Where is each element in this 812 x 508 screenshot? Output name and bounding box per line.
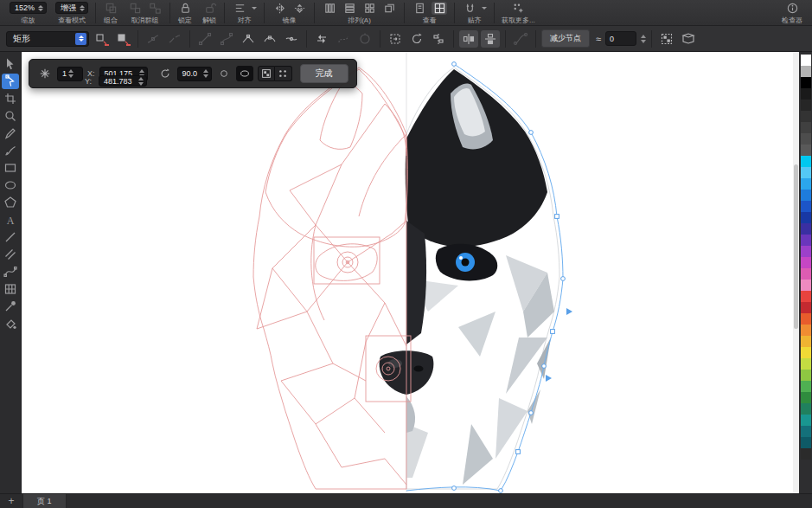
- color-swatch[interactable]: [801, 156, 811, 167]
- to-curve-button[interactable]: [217, 30, 236, 48]
- color-swatch[interactable]: [801, 302, 811, 313]
- join-nodes-button[interactable]: [144, 30, 163, 48]
- angle-field[interactable]: 90.0: [177, 67, 212, 81]
- delete-node-button[interactable]: [113, 30, 132, 48]
- curve-smoothness-stepper[interactable]: [641, 35, 646, 43]
- crop-tool[interactable]: [2, 91, 19, 106]
- drawing-canvas[interactable]: 1 X: 501.175 Y: 481.783 90.0: [22, 52, 793, 493]
- rectangle-tool[interactable]: [2, 160, 19, 176]
- color-swatch[interactable]: [801, 88, 811, 100]
- color-swatch[interactable]: [801, 370, 811, 381]
- color-swatch[interactable]: [801, 336, 811, 347]
- color-swatch[interactable]: [801, 246, 811, 257]
- color-swatch[interactable]: [801, 111, 811, 122]
- preset-stepper[interactable]: [75, 33, 86, 45]
- color-swatch[interactable]: [801, 167, 811, 178]
- count-field[interactable]: 1: [57, 67, 83, 81]
- extend-close-button[interactable]: [334, 30, 353, 48]
- color-swatch[interactable]: [801, 268, 811, 280]
- count-stepper[interactable]: [68, 69, 74, 78]
- get-more-icon[interactable]: [510, 2, 526, 15]
- smooth-node-button[interactable]: [260, 30, 279, 48]
- reduce-nodes-button[interactable]: 减少节点: [541, 29, 590, 48]
- add-node-button[interactable]: [92, 30, 111, 48]
- ungroup-icon[interactable]: [147, 2, 163, 15]
- arrange-columns-icon[interactable]: [322, 2, 337, 15]
- ellipse-toggle[interactable]: [236, 66, 253, 81]
- color-swatch[interactable]: [801, 133, 811, 145]
- unlock-icon[interactable]: [201, 2, 217, 15]
- snap-magnet-icon[interactable]: [462, 2, 477, 15]
- freehand-tool[interactable]: [2, 125, 19, 141]
- reflect-vertical-button[interactable]: [481, 30, 500, 48]
- mirror-vertical-icon[interactable]: [291, 2, 307, 15]
- mirror-horizontal-icon[interactable]: [272, 2, 287, 15]
- vertical-scrollbar[interactable]: [793, 52, 799, 493]
- arrange-grid-icon[interactable]: [361, 2, 377, 15]
- box-select-mode-button[interactable]: [679, 30, 698, 48]
- scrollbar-thumb[interactable]: [794, 164, 798, 329]
- close-curve-button[interactable]: [355, 30, 374, 48]
- color-swatch[interactable]: [801, 381, 811, 392]
- parallel-line-tool[interactable]: [2, 247, 19, 262]
- symmetric-node-button[interactable]: [282, 30, 301, 48]
- lock-icon[interactable]: [177, 2, 193, 15]
- cusp-node-button[interactable]: [239, 30, 258, 48]
- line-tool[interactable]: [2, 229, 19, 245]
- break-node-button[interactable]: [165, 30, 184, 48]
- color-swatch[interactable]: [801, 291, 811, 302]
- color-swatch[interactable]: [801, 235, 811, 246]
- color-swatch[interactable]: [801, 178, 811, 190]
- y-field[interactable]: 481.783: [99, 75, 147, 87]
- color-swatch[interactable]: [801, 403, 811, 415]
- color-swatch[interactable]: [801, 358, 811, 370]
- preset-combo[interactable]: 矩形: [6, 31, 89, 47]
- text-tool[interactable]: A: [2, 212, 19, 228]
- align-nodes-button[interactable]: [429, 30, 448, 48]
- zoom-tool[interactable]: [2, 108, 19, 124]
- color-swatch[interactable]: [801, 448, 811, 460]
- color-swatch[interactable]: [801, 190, 811, 201]
- to-line-button[interactable]: [195, 30, 214, 48]
- bezier-tool[interactable]: [2, 264, 19, 280]
- group-icon[interactable]: [127, 2, 143, 15]
- stretch-nodes-button[interactable]: [386, 30, 405, 48]
- add-page-button[interactable]: +: [0, 494, 22, 508]
- color-swatch[interactable]: [801, 66, 811, 77]
- select-all-nodes-button[interactable]: [657, 30, 676, 48]
- reverse-direction-button[interactable]: [312, 30, 331, 48]
- ellipse-tool[interactable]: [2, 177, 19, 193]
- polygon-tool[interactable]: [2, 195, 19, 210]
- node-grid-toggle[interactable]: [258, 66, 275, 81]
- color-swatch[interactable]: [801, 100, 811, 111]
- rotate-nodes-button[interactable]: [407, 30, 426, 48]
- color-swatch[interactable]: [801, 313, 811, 325]
- zoom-dropdown[interactable]: 152%: [10, 2, 47, 14]
- color-swatch[interactable]: [801, 55, 811, 66]
- color-swatch[interactable]: [801, 347, 811, 358]
- color-swatch[interactable]: [801, 257, 811, 268]
- color-swatch[interactable]: [801, 77, 811, 88]
- curve-smoothness-field[interactable]: 0: [605, 31, 636, 46]
- color-swatch[interactable]: [801, 280, 811, 291]
- align-icon[interactable]: [232, 2, 247, 15]
- color-swatch[interactable]: [801, 392, 811, 403]
- chevron-down-icon[interactable]: [252, 7, 257, 10]
- y-stepper[interactable]: [138, 77, 144, 86]
- color-swatch[interactable]: [801, 415, 811, 426]
- circle-icon[interactable]: [216, 67, 232, 81]
- view-mode-dropdown[interactable]: 增强: [55, 2, 88, 14]
- artistic-media-tool[interactable]: [2, 143, 19, 158]
- pick-tool[interactable]: [2, 56, 19, 72]
- elastic-mode-button[interactable]: [511, 30, 530, 48]
- node-dots-toggle[interactable]: [275, 66, 292, 81]
- color-swatch[interactable]: [801, 201, 811, 212]
- combine-icon[interactable]: [103, 2, 118, 15]
- arrange-rows-icon[interactable]: [342, 2, 357, 15]
- color-swatch[interactable]: [801, 437, 811, 448]
- color-swatch[interactable]: [801, 122, 811, 133]
- page-tab[interactable]: 页 1: [22, 494, 67, 508]
- view-page-icon[interactable]: [412, 2, 427, 15]
- view-grid-icon[interactable]: [432, 2, 447, 15]
- fill-tool[interactable]: [2, 316, 19, 331]
